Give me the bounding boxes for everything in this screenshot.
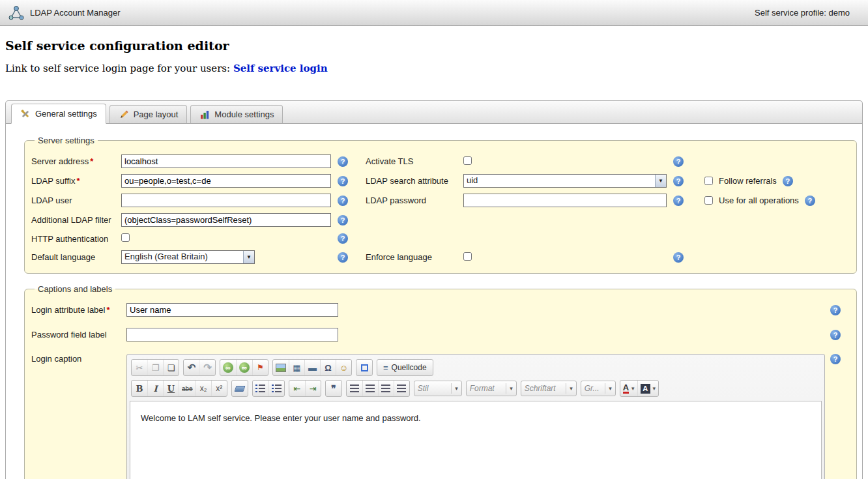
pencil-icon (119, 109, 129, 120)
app-header: LDAP Account Manager Self service profil… (0, 0, 868, 26)
numbered-list-icon[interactable] (253, 380, 268, 397)
special-character-icon[interactable]: Ω (320, 359, 336, 376)
tab-label: Module settings (214, 109, 274, 119)
smiley-icon[interactable]: ☺ (336, 359, 351, 376)
select-arrow-icon: ▼ (243, 251, 254, 263)
activate-tls-help-icon[interactable]: ? (673, 156, 684, 167)
self-service-login-link[interactable]: Self service login (233, 63, 328, 74)
ldap-search-attribute-select[interactable]: uid ▼ (463, 174, 667, 188)
bold-icon[interactable]: B (132, 380, 147, 397)
captions-and-labels-legend: Captions and labels (35, 284, 115, 294)
redo-icon[interactable]: ↷ (199, 359, 215, 376)
use-for-all-operations-checkbox[interactable] (704, 196, 713, 205)
image-icon[interactable] (273, 359, 289, 376)
ldap-user-input[interactable] (121, 194, 331, 207)
source-code-button[interactable]: ≡ Quellcode (377, 359, 433, 376)
undo-group: ↶ ↷ (183, 359, 216, 376)
horizontal-line-icon[interactable]: ▬ (304, 359, 320, 376)
paste-icon[interactable]: ❏ (163, 359, 179, 376)
editor-toolbar-row-2: B I U abe x₂ x² (130, 378, 822, 399)
password-field-label-label: Password field label (31, 330, 126, 340)
removeformat-group (231, 380, 248, 397)
font-size-select[interactable]: Gr...▾ (581, 381, 616, 396)
undo-icon[interactable]: ↶ (184, 359, 199, 376)
basicstyles-group: B I U abe x₂ x² (131, 380, 227, 397)
additional-ldap-filter-input[interactable] (121, 213, 331, 227)
tab-module-settings[interactable]: Module settings (190, 105, 283, 123)
http-authentication-help-icon[interactable]: ? (338, 233, 348, 244)
background-color-button[interactable]: A▾ (637, 380, 659, 397)
activate-tls-label: Activate TLS (356, 156, 463, 166)
cut-icon[interactable]: ✂ (132, 359, 147, 376)
tab-panel-general-settings: Server settings Server address* ? Activa… (5, 123, 863, 479)
tab-page-layout[interactable]: Page layout (109, 105, 188, 123)
indent-icon[interactable]: ⇥ (305, 380, 321, 397)
strikethrough-icon[interactable]: abe (179, 380, 195, 397)
ldap-search-attribute-help-icon[interactable]: ? (673, 176, 684, 186)
chevron-down-icon: ▾ (506, 383, 513, 394)
login-caption-text: Welcome to LAM self service. Please ente… (141, 413, 811, 423)
default-language-label: Default language (31, 252, 121, 262)
default-language-help-icon[interactable]: ? (338, 252, 348, 263)
login-attribute-label-help-icon[interactable]: ? (830, 305, 841, 315)
ldap-password-help-icon[interactable]: ? (673, 196, 684, 206)
enforce-language-label: Enforce language (356, 252, 463, 262)
chevron-down-icon: ▾ (631, 385, 635, 392)
bulleted-list-icon[interactable] (268, 380, 284, 397)
align-group (346, 380, 410, 397)
use-for-all-operations-help-icon[interactable]: ? (805, 196, 815, 206)
ldap-password-input[interactable] (463, 194, 667, 207)
subscript-icon[interactable]: x₂ (195, 380, 211, 397)
use-for-all-operations-label: Use for all operations (719, 196, 799, 205)
underline-icon[interactable]: U (163, 380, 179, 397)
follow-referrals-help-icon[interactable]: ? (783, 176, 793, 186)
copy-icon[interactable]: ❐ (147, 359, 163, 376)
link-icon[interactable]: ∞ (220, 359, 236, 376)
captions-and-labels-fieldset: Captions and labels Login attribute labe… (24, 284, 857, 479)
superscript-icon[interactable]: x² (211, 380, 227, 397)
password-field-label-input[interactable] (126, 328, 338, 341)
enforce-language-help-icon[interactable]: ? (673, 252, 684, 263)
http-authentication-checkbox[interactable] (121, 233, 130, 242)
login-caption-help-icon[interactable]: ? (830, 354, 841, 364)
format-select[interactable]: Format▾ (466, 381, 517, 396)
tabs-widget: General settings Page layout (5, 100, 863, 479)
outdent-icon[interactable]: ⇤ (289, 380, 305, 397)
enforce-language-checkbox[interactable] (463, 252, 472, 261)
ldap-search-attribute-label: LDAP search attribute (356, 176, 463, 186)
anchor-icon[interactable]: ⚑ (252, 359, 268, 376)
align-justify-icon[interactable] (394, 380, 409, 397)
font-select[interactable]: Schriftart▾ (521, 381, 577, 396)
follow-referrals-checkbox[interactable] (704, 177, 713, 185)
remove-format-icon[interactable] (232, 380, 248, 397)
source-icon: ≡ (383, 363, 388, 373)
indent-group: ⇤ ⇥ (289, 380, 321, 397)
tab-general-settings[interactable]: General settings (11, 104, 106, 124)
login-caption-editing-area[interactable]: Welcome to LAM self service. Please ente… (130, 401, 822, 479)
password-field-label-help-icon[interactable]: ? (830, 330, 841, 340)
additional-ldap-filter-label: Additional LDAP filter (31, 215, 121, 225)
source-group: ≡ Quellcode (377, 359, 433, 376)
style-select[interactable]: Stil▾ (414, 381, 462, 396)
default-language-select[interactable]: English (Great Britain) ▼ (121, 250, 255, 264)
chevron-down-icon: ▾ (566, 383, 573, 394)
align-right-icon[interactable] (378, 380, 394, 397)
server-address-input[interactable] (121, 154, 331, 168)
ldap-suffix-input[interactable] (121, 174, 331, 188)
text-color-button[interactable]: A▾ (620, 380, 637, 397)
tab-strip: General settings Page layout (5, 100, 863, 123)
table-icon[interactable]: ▦ (289, 359, 304, 376)
server-address-help-icon[interactable]: ? (338, 156, 348, 167)
ldap-user-help-icon[interactable]: ? (338, 196, 348, 206)
required-marker: * (106, 305, 109, 315)
align-center-icon[interactable] (362, 380, 378, 397)
additional-ldap-filter-help-icon[interactable]: ? (338, 215, 348, 225)
align-left-icon[interactable] (347, 380, 362, 397)
italic-icon[interactable]: I (147, 380, 163, 397)
activate-tls-checkbox[interactable] (463, 156, 472, 165)
maximize-icon[interactable] (356, 359, 372, 376)
unlink-icon[interactable]: ∞ (236, 359, 252, 376)
blockquote-icon[interactable]: ❞ (326, 380, 341, 397)
login-attribute-label-input[interactable] (126, 303, 338, 317)
ldap-suffix-help-icon[interactable]: ? (338, 176, 348, 186)
